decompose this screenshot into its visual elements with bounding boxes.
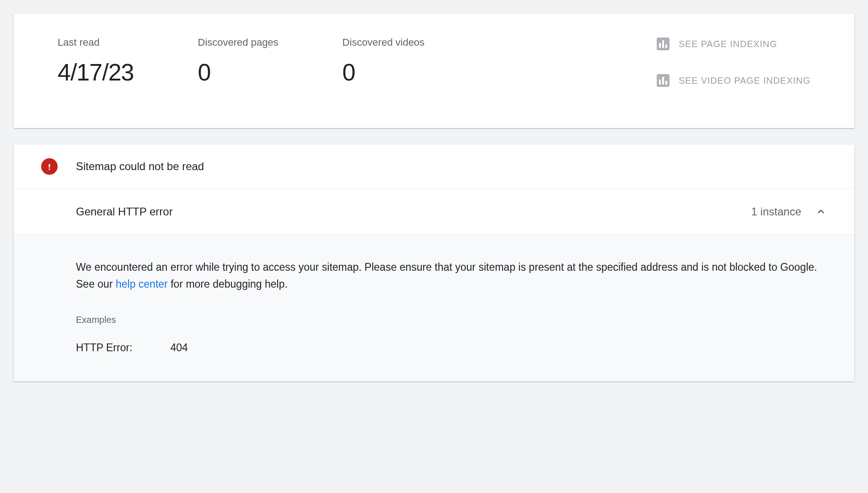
- stat-label: Discovered videos: [343, 37, 425, 48]
- stat-discovered-videos: Discovered videos 0: [343, 37, 425, 87]
- examples-label: Examples: [76, 315, 827, 325]
- svg-rect-0: [49, 164, 50, 167]
- see-page-indexing-button[interactable]: SEE PAGE INDEXING: [657, 38, 810, 50]
- stat-value: 0: [343, 59, 425, 86]
- stat-discovered-pages: Discovered pages 0: [198, 37, 279, 87]
- stat-value: 4/17/23: [58, 59, 134, 86]
- error-header: Sitemap could not be read: [14, 145, 854, 189]
- error-description: We encountered an error while trying to …: [76, 259, 827, 293]
- chevron-up-icon: [815, 206, 827, 218]
- desc-post: for more debugging help.: [168, 278, 288, 290]
- error-type-label: General HTTP error: [76, 205, 173, 218]
- stat-label: Discovered pages: [198, 37, 279, 48]
- stat-value: 0: [198, 59, 279, 86]
- error-type-row[interactable]: General HTTP error 1 instance: [14, 189, 854, 235]
- error-icon: [41, 158, 58, 175]
- stat-last-read: Last read 4/17/23: [58, 37, 134, 87]
- action-label: SEE PAGE INDEXING: [679, 39, 777, 49]
- help-center-link[interactable]: help center: [116, 278, 168, 290]
- action-label: SEE VIDEO PAGE INDEXING: [679, 75, 810, 86]
- example-value: 404: [170, 342, 188, 354]
- bar-chart-icon: [657, 74, 670, 87]
- actions-group: SEE PAGE INDEXING SEE VIDEO PAGE INDEXIN…: [657, 37, 810, 87]
- stats-group: Last read 4/17/23 Discovered pages 0 Dis…: [58, 37, 424, 87]
- instance-count: 1 instance: [751, 205, 801, 218]
- error-card: Sitemap could not be read General HTTP e…: [14, 145, 854, 381]
- summary-card: Last read 4/17/23 Discovered pages 0 Dis…: [14, 14, 854, 128]
- svg-point-1: [48, 168, 50, 170]
- bar-chart-icon: [657, 38, 670, 50]
- example-key: HTTP Error:: [76, 342, 167, 354]
- example-row: HTTP Error: 404: [76, 342, 827, 354]
- error-detail: We encountered an error while trying to …: [14, 235, 854, 381]
- stat-label: Last read: [58, 37, 134, 48]
- error-title: Sitemap could not be read: [76, 160, 204, 173]
- see-video-indexing-button[interactable]: SEE VIDEO PAGE INDEXING: [657, 74, 810, 87]
